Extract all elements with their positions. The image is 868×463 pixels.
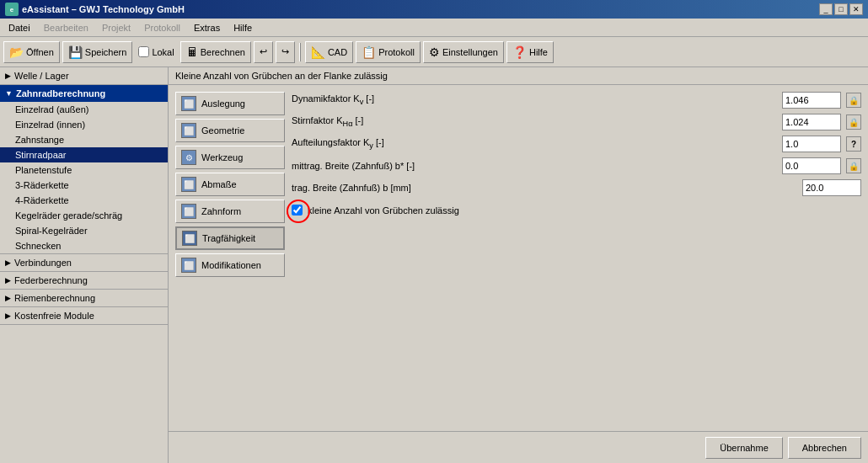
dynamikfaktor-input[interactable] bbox=[782, 92, 841, 109]
modifikationen-button[interactable]: ⬜ Modifikationen bbox=[175, 253, 285, 277]
stirnfaktor-lock-button[interactable]: 🔒 bbox=[846, 114, 861, 130]
toolbar: 📂 Öffnen 💾 Speichern Lokal 🖩 Berechnen ↩… bbox=[0, 37, 868, 67]
settings-button[interactable]: ⚙ Einstellungen bbox=[423, 41, 504, 63]
abbrechen-button[interactable]: Abbrechen bbox=[788, 437, 861, 459]
minimize-button[interactable]: _ bbox=[819, 3, 833, 15]
menu-hilfe[interactable]: Hilfe bbox=[228, 21, 257, 35]
help-label: Hilfe bbox=[529, 47, 548, 57]
zahnform-icon: ⬜ bbox=[181, 204, 196, 219]
sidebar-item-4raederkette[interactable]: 4-Räderkette bbox=[0, 193, 168, 208]
menu-datei[interactable]: Datei bbox=[3, 21, 35, 35]
close-button[interactable]: ✕ bbox=[849, 3, 863, 15]
form-row-mittrag-breite: mittrag. Breite (Zahnfuß) b* [-] 🔒 bbox=[292, 157, 861, 174]
kleine-anzahl-row: kleine Anzahl von Grübchen zulässig bbox=[292, 205, 861, 216]
settings-icon: ⚙ bbox=[429, 45, 440, 59]
sidebar-group-label-feder: Federberechnung bbox=[14, 275, 88, 285]
panel-buttons: ⬜ Auslegung ⬜ Geometrie ⚙ Werkzeug ⬜ Abm… bbox=[175, 92, 285, 424]
tragfaehigkeit-icon: ⬜ bbox=[182, 231, 197, 246]
sidebar-item-spiral-kegelraeder[interactable]: Spiral-Kegelräder bbox=[0, 223, 168, 238]
lokal-checkbox[interactable] bbox=[138, 46, 149, 57]
main-layout: ▶ Welle / Lager ▼ Zahnradberechnung Einz… bbox=[0, 67, 868, 463]
sidebar-item-planetenstufe[interactable]: Planetenstufe bbox=[0, 162, 168, 178]
auslegung-icon: ⬜ bbox=[181, 96, 196, 111]
werkzeug-button[interactable]: ⚙ Werkzeug bbox=[175, 146, 285, 169]
sidebar-item-3raederkette[interactable]: 3-Räderkette bbox=[0, 178, 168, 193]
lokal-checkbox-area[interactable]: Lokal bbox=[135, 45, 177, 59]
dynamikfaktor-lock-button[interactable]: 🔒 bbox=[846, 93, 861, 108]
cad-icon: 📐 bbox=[311, 45, 325, 59]
title-text: eAssistant – GWJ Technology GmbH bbox=[22, 4, 185, 14]
trag-breite-input[interactable] bbox=[802, 179, 861, 196]
sidebar-group-header-riemen[interactable]: ▶ Riemenberechnung bbox=[0, 290, 168, 306]
modifikationen-icon: ⬜ bbox=[181, 258, 196, 273]
kleine-anzahl-checkbox[interactable] bbox=[292, 205, 303, 216]
sidebar-group-label-kostenfreie: Kostenfreie Module bbox=[14, 311, 94, 321]
sidebar-item-zahnstange[interactable]: Zahnstange bbox=[0, 132, 168, 147]
calculate-label: Berechnen bbox=[201, 47, 245, 57]
aufteilungsfaktor-input[interactable] bbox=[782, 136, 841, 152]
cad-button[interactable]: 📐 CAD bbox=[305, 41, 353, 63]
app-icon: e bbox=[5, 3, 19, 16]
window-controls[interactable]: _ □ ✕ bbox=[819, 3, 863, 15]
auslegung-button[interactable]: ⬜ Auslegung bbox=[175, 92, 285, 115]
trag-breite-label: trag. Breite (Zahnfuß) b [mm] bbox=[292, 183, 797, 193]
save-icon: 💾 bbox=[68, 45, 83, 59]
form-panel: Dynamikfaktor Kv [-] 🔒 Stirnfaktor KHα [… bbox=[292, 92, 861, 424]
maximize-button[interactable]: □ bbox=[834, 3, 848, 15]
form-row-trag-breite: trag. Breite (Zahnfuß) b [mm] bbox=[292, 179, 861, 196]
mittrag-breite-input[interactable] bbox=[782, 157, 841, 174]
kleine-anzahl-label: kleine Anzahl von Grübchen zulässig bbox=[308, 205, 459, 216]
menu-projekt[interactable]: Projekt bbox=[97, 21, 136, 35]
protocol-label: Protokoll bbox=[378, 47, 415, 57]
calculate-icon: 🖩 bbox=[186, 45, 198, 59]
sidebar-item-einzelrad-aussen[interactable]: Einzelrad (außen) bbox=[0, 102, 168, 117]
abmasse-icon: ⬜ bbox=[181, 177, 196, 192]
sidebar-group-header-feder[interactable]: ▶ Federberechnung bbox=[0, 272, 168, 289]
form-row-stirnfaktor: Stirnfaktor KHα [-] 🔒 bbox=[292, 114, 861, 130]
sidebar-group-header-welle[interactable]: ▶ Welle / Lager bbox=[0, 67, 168, 84]
stirnfaktor-label: Stirnfaktor KHα [-] bbox=[292, 115, 777, 128]
sidebar-group-header-verbindungen[interactable]: ▶ Verbindungen bbox=[0, 254, 168, 271]
sidebar-group-welle-lager: ▶ Welle / Lager bbox=[0, 67, 168, 85]
menu-extras[interactable]: Extras bbox=[189, 21, 225, 35]
zahnform-button[interactable]: ⬜ Zahnform bbox=[175, 200, 285, 223]
aufteilungsfaktor-question-button[interactable]: ? bbox=[846, 136, 861, 152]
help-button[interactable]: ❓ Hilfe bbox=[506, 41, 554, 63]
sidebar-group-header-zahnrad[interactable]: ▼ Zahnradberechnung bbox=[0, 85, 168, 102]
tragfaehigkeit-button[interactable]: ⬜ Tragfähigkeit bbox=[175, 226, 285, 250]
mittrag-breite-lock-button[interactable]: 🔒 bbox=[846, 158, 861, 173]
open-button[interactable]: 📂 Öffnen bbox=[3, 41, 60, 63]
menu-bar: Datei Bearbeiten Projekt Protokoll Extra… bbox=[0, 19, 868, 37]
geometrie-button[interactable]: ⬜ Geometrie bbox=[175, 119, 285, 142]
protocol-icon: 📋 bbox=[362, 45, 376, 59]
title-bar: e eAssistant – GWJ Technology GmbH _ □ ✕ bbox=[0, 0, 868, 19]
sidebar-group-riemen: ▶ Riemenberechnung bbox=[0, 290, 168, 307]
content-header-text: Kleine Anzahl von Grübchen an der Flanke… bbox=[175, 71, 388, 81]
sidebar-group-label-welle: Welle / Lager bbox=[14, 71, 69, 81]
sidebar-item-schnecken[interactable]: Schnecken bbox=[0, 238, 168, 253]
sidebar-group-zahnrad: ▼ Zahnradberechnung Einzelrad (außen) Ei… bbox=[0, 85, 168, 254]
sidebar-item-kegelraeder[interactable]: Kegelräder gerade/schräg bbox=[0, 208, 168, 223]
cad-label: CAD bbox=[328, 47, 347, 57]
sidebar-item-stirnradpaar[interactable]: Stirnradpaar bbox=[0, 147, 168, 162]
redo-button[interactable]: ↪ bbox=[276, 41, 295, 63]
menu-protokoll[interactable]: Protokoll bbox=[139, 21, 185, 35]
arrow-icon-verbindungen: ▶ bbox=[5, 258, 11, 267]
dynamikfaktor-label: Dynamikfaktor Kv [-] bbox=[292, 93, 777, 106]
menu-bearbeiten[interactable]: Bearbeiten bbox=[39, 21, 94, 35]
aufteilungsfaktor-label: Aufteilungsfaktor Ky [-] bbox=[292, 137, 777, 150]
save-button[interactable]: 💾 Speichern bbox=[62, 41, 133, 63]
ubernahme-button[interactable]: Übernahme bbox=[705, 437, 782, 459]
protocol-button[interactable]: 📋 Protokoll bbox=[356, 41, 421, 63]
calculate-button[interactable]: 🖩 Berechnen bbox=[180, 41, 251, 63]
open-label: Öffnen bbox=[26, 47, 54, 57]
sidebar-group-header-kostenfreie[interactable]: ▶ Kostenfreie Module bbox=[0, 307, 168, 324]
stirnfaktor-input[interactable] bbox=[782, 114, 841, 130]
settings-label: Einstellungen bbox=[442, 47, 498, 57]
arrow-icon-feder: ▶ bbox=[5, 276, 11, 285]
undo-button[interactable]: ↩ bbox=[254, 41, 273, 63]
abmasse-button[interactable]: ⬜ Abmaße bbox=[175, 173, 285, 196]
sidebar-item-einzelrad-innen[interactable]: Einzelrad (innen) bbox=[0, 117, 168, 132]
sidebar-group-verbindungen: ▶ Verbindungen bbox=[0, 254, 168, 272]
lokal-label: Lokal bbox=[152, 47, 174, 57]
